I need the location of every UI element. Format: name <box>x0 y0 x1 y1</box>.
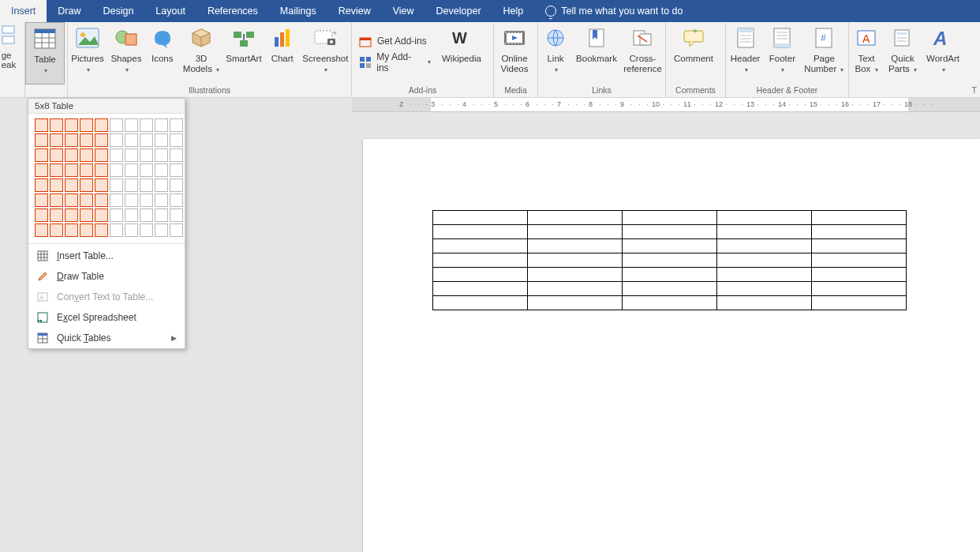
grid-cell[interactable] <box>155 178 168 192</box>
grid-cell[interactable] <box>155 163 168 177</box>
grid-cell[interactable] <box>65 223 78 237</box>
table-cell[interactable] <box>717 282 812 296</box>
grid-cell[interactable] <box>125 118 138 132</box>
grid-cell[interactable] <box>95 133 108 147</box>
table-cell[interactable] <box>717 225 812 239</box>
table-cell[interactable] <box>433 211 528 225</box>
tab-developer[interactable]: Developer <box>425 0 492 22</box>
grid-cell[interactable] <box>125 208 138 222</box>
bookmark-button[interactable]: Bookmark <box>573 22 620 84</box>
grid-cell[interactable] <box>65 163 78 177</box>
grid-cell[interactable] <box>65 193 78 207</box>
grid-cell[interactable] <box>80 208 93 222</box>
grid-cell[interactable] <box>170 193 183 207</box>
grid-cell[interactable] <box>155 193 168 207</box>
table-cell[interactable] <box>623 239 717 253</box>
page-number-button[interactable]: # Page Number ▾ <box>800 22 848 84</box>
table-cell[interactable] <box>528 282 623 296</box>
grid-cell[interactable] <box>95 178 108 192</box>
grid-cell[interactable] <box>110 208 123 222</box>
grid-cell[interactable] <box>110 133 123 147</box>
grid-cell[interactable] <box>125 178 138 192</box>
page-break-button[interactable]: ge eak <box>0 22 22 84</box>
tab-draw[interactable]: Draw <box>47 0 92 22</box>
screenshot-button[interactable]: + Screenshot▾ <box>300 22 351 84</box>
table-cell[interactable] <box>528 268 623 282</box>
table-cell[interactable] <box>433 268 528 282</box>
table-cell[interactable] <box>717 296 812 310</box>
grid-cell[interactable] <box>50 148 63 162</box>
grid-cell[interactable] <box>35 223 48 237</box>
grid-cell[interactable] <box>35 118 48 132</box>
pictures-button[interactable]: Pictures▾ <box>68 22 107 84</box>
text-box-button[interactable]: A Text Box ▾ <box>849 22 884 84</box>
quick-tables-menuitem[interactable]: Quick Tables ▶ <box>28 328 185 348</box>
grid-cell[interactable] <box>50 133 63 147</box>
grid-cell[interactable] <box>65 133 78 147</box>
smartart-button[interactable]: SmartArt <box>223 22 265 84</box>
horizontal-ruler[interactable]: 23456789101112131415161718 <box>352 98 980 112</box>
grid-cell[interactable] <box>125 223 138 237</box>
grid-cell[interactable] <box>95 208 108 222</box>
table-cell[interactable] <box>717 253 812 268</box>
grid-cell[interactable] <box>155 133 168 147</box>
table-cell[interactable] <box>717 239 812 253</box>
grid-cell[interactable] <box>35 133 48 147</box>
grid-cell[interactable] <box>80 133 93 147</box>
grid-cell[interactable] <box>35 208 48 222</box>
grid-cell[interactable] <box>95 148 108 162</box>
grid-cell[interactable] <box>65 178 78 192</box>
wordart-button[interactable]: A WordArt▾ <box>922 22 964 84</box>
table-cell[interactable] <box>528 225 623 239</box>
table-cell[interactable] <box>812 253 907 268</box>
grid-cell[interactable] <box>140 223 153 237</box>
grid-cell[interactable] <box>155 223 168 237</box>
grid-cell[interactable] <box>65 148 78 162</box>
table-cell[interactable] <box>812 268 907 282</box>
table-cell[interactable] <box>528 296 623 310</box>
grid-cell[interactable] <box>125 133 138 147</box>
table-cell[interactable] <box>717 211 812 225</box>
comment-button[interactable]: + Comment <box>666 22 721 84</box>
grid-cell[interactable] <box>170 208 183 222</box>
grid-cell[interactable] <box>155 118 168 132</box>
grid-cell[interactable] <box>155 208 168 222</box>
grid-cell[interactable] <box>80 148 93 162</box>
3d-models-button[interactable]: 3D Models ▾ <box>180 22 223 84</box>
table-cell[interactable] <box>623 211 717 225</box>
tab-layout[interactable]: Layout <box>144 0 196 22</box>
tab-references[interactable]: References <box>196 0 269 22</box>
wikipedia-button[interactable]: W Wikipedia <box>437 22 486 84</box>
header-button[interactable]: Header▾ <box>726 22 765 84</box>
grid-cell[interactable] <box>170 223 183 237</box>
grid-cell[interactable] <box>50 178 63 192</box>
grid-cell[interactable] <box>110 178 123 192</box>
grid-cell[interactable] <box>80 193 93 207</box>
grid-cell[interactable] <box>35 178 48 192</box>
grid-cell[interactable] <box>140 148 153 162</box>
grid-cell[interactable] <box>110 223 123 237</box>
grid-cell[interactable] <box>95 193 108 207</box>
grid-cell[interactable] <box>155 148 168 162</box>
grid-cell[interactable] <box>170 148 183 162</box>
footer-button[interactable]: Footer▾ <box>765 22 800 84</box>
grid-cell[interactable] <box>170 178 183 192</box>
grid-cell[interactable] <box>170 133 183 147</box>
excel-spreadsheet-menuitem[interactable]: x Excel Spreadsheet <box>28 307 185 328</box>
grid-cell[interactable] <box>140 163 153 177</box>
tab-review[interactable]: Review <box>327 0 382 22</box>
grid-cell[interactable] <box>170 163 183 177</box>
grid-cell[interactable] <box>110 118 123 132</box>
grid-cell[interactable] <box>140 193 153 207</box>
table-cell[interactable] <box>812 239 907 253</box>
grid-cell[interactable] <box>65 118 78 132</box>
grid-cell[interactable] <box>140 178 153 192</box>
shapes-button[interactable]: Shapes▾ <box>107 22 145 84</box>
page[interactable] <box>363 139 980 552</box>
grid-cell[interactable] <box>50 208 63 222</box>
table-cell[interactable] <box>528 239 623 253</box>
grid-cell[interactable] <box>35 163 48 177</box>
grid-cell[interactable] <box>170 118 183 132</box>
grid-cell[interactable] <box>50 118 63 132</box>
tab-view[interactable]: View <box>382 0 425 22</box>
